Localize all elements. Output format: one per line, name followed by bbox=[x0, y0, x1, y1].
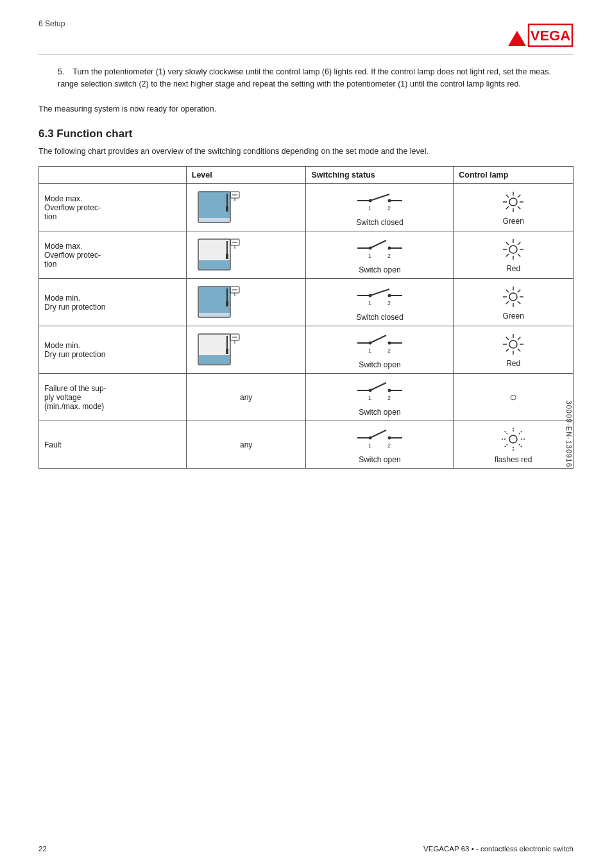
switch-cell: 1 2 Switch closed bbox=[306, 279, 454, 326]
function-chart-table: Level Switching status Control lamp Mode… bbox=[38, 166, 574, 469]
level-any-text: any bbox=[240, 440, 252, 449]
lamp-sun-icon3 bbox=[500, 284, 526, 310]
logo-wrapper: VEGA bbox=[503, 19, 574, 49]
svg-line-103 bbox=[370, 430, 386, 438]
mode-cell: Mode max.Overflow protec-tion bbox=[39, 184, 187, 231]
switch-status-text: Switch closed bbox=[311, 218, 448, 227]
mode-cell: Mode min.Dry run protection bbox=[39, 279, 187, 326]
svg-text:1: 1 bbox=[368, 347, 371, 354]
svg-text:2: 2 bbox=[387, 347, 391, 354]
switch-cell: 1 2 Switch open bbox=[306, 231, 454, 279]
svg-line-45 bbox=[506, 242, 509, 245]
col-header-mode bbox=[39, 167, 187, 184]
mode-text: Failure of the sup-ply voltage(min./max.… bbox=[44, 384, 106, 411]
svg-rect-73 bbox=[199, 355, 230, 364]
svg-line-70 bbox=[518, 290, 520, 292]
svg-line-48 bbox=[506, 254, 509, 256]
level-cell bbox=[186, 231, 306, 279]
switch-closed-svg1: 1 2 bbox=[354, 188, 405, 213]
table-row: Mode min.Dry run protection bbox=[39, 279, 574, 326]
svg-line-22 bbox=[506, 195, 509, 197]
svg-rect-52 bbox=[226, 301, 228, 306]
lamp-label: Green bbox=[459, 217, 568, 226]
svg-point-82 bbox=[368, 342, 371, 345]
lamp-cell: Red bbox=[454, 231, 574, 279]
section-heading: 6.3 Function chart bbox=[38, 128, 574, 140]
svg-rect-50 bbox=[199, 287, 230, 313]
svg-text:2: 2 bbox=[387, 300, 391, 306]
svg-rect-6 bbox=[226, 206, 228, 212]
svg-line-68 bbox=[506, 290, 509, 292]
switch-open-svg4: 1 2 bbox=[354, 425, 405, 451]
page-number: 22 bbox=[38, 845, 47, 853]
mode-cell: Mode max.Overflow protec-tion bbox=[39, 231, 187, 279]
level-cell bbox=[186, 326, 306, 374]
svg-marker-0 bbox=[508, 31, 526, 46]
svg-line-93 bbox=[518, 337, 520, 340]
svg-line-34 bbox=[370, 240, 386, 248]
table-row: Mode min.Dry run protection bbox=[39, 326, 574, 374]
step-number: 5. bbox=[58, 66, 71, 78]
svg-point-14 bbox=[387, 199, 391, 203]
table-row: Failure of the sup-ply voltage(min./max.… bbox=[39, 374, 574, 421]
footer-bar: 22 VEGACAP 63 • - contactless electronic… bbox=[0, 845, 612, 853]
level-svg-low2 bbox=[192, 331, 243, 369]
lamp-cell: Green bbox=[454, 184, 574, 231]
svg-text:1: 1 bbox=[368, 395, 371, 401]
svg-point-63 bbox=[509, 293, 517, 301]
svg-line-80 bbox=[370, 335, 386, 343]
svg-line-46 bbox=[518, 254, 520, 256]
switch-cell: 1 2 Switch closed bbox=[306, 184, 454, 231]
svg-line-25 bbox=[506, 206, 509, 209]
level-any-text: any bbox=[240, 393, 252, 402]
svg-point-98 bbox=[368, 389, 371, 392]
svg-point-109 bbox=[509, 435, 517, 443]
level-cell: any bbox=[186, 374, 306, 421]
switch-open-svg2: 1 2 bbox=[354, 330, 405, 356]
svg-line-94 bbox=[506, 349, 509, 351]
ready-text: The measuring system is now ready for op… bbox=[38, 104, 574, 113]
lamp-sun-icon1 bbox=[500, 189, 526, 215]
lamp-label: Red bbox=[459, 264, 568, 273]
svg-text:1: 1 bbox=[368, 300, 371, 306]
switch-cell: 1 2 Switch open bbox=[306, 421, 454, 469]
chart-description: The following chart provides an overview… bbox=[38, 146, 574, 158]
svg-point-37 bbox=[387, 247, 391, 250]
svg-point-59 bbox=[368, 294, 371, 297]
col-header-lamp: Control lamp bbox=[454, 167, 574, 184]
svg-point-36 bbox=[368, 247, 371, 250]
svg-point-83 bbox=[387, 342, 391, 345]
switch-cell: 1 2 Switch open bbox=[306, 374, 454, 421]
lamp-label: Red bbox=[459, 359, 568, 368]
vega-logo-svg: VEGA bbox=[503, 19, 574, 49]
svg-text:2: 2 bbox=[387, 442, 391, 449]
lamp-sun-icon4 bbox=[500, 331, 526, 357]
svg-rect-27 bbox=[199, 260, 230, 269]
mode-cell: Fault bbox=[39, 421, 187, 469]
level-svg-low1 bbox=[192, 236, 243, 274]
mode-text: Mode max.Overflow protec-tion bbox=[44, 194, 101, 221]
lamp-sun-icon2 bbox=[500, 237, 526, 262]
level-svg-high2 bbox=[192, 283, 243, 322]
svg-point-106 bbox=[387, 437, 391, 440]
svg-point-40 bbox=[509, 246, 517, 253]
lamp-cell: Green bbox=[454, 279, 574, 326]
svg-text:VEGA: VEGA bbox=[531, 28, 570, 44]
switch-open-svg3: 1 2 bbox=[354, 378, 405, 403]
svg-line-91 bbox=[506, 337, 509, 340]
switch-status-text: Switch open bbox=[311, 408, 448, 417]
mode-cell: Failure of the sup-ply voltage(min./max.… bbox=[39, 374, 187, 421]
lamp-cell: ○ bbox=[454, 374, 574, 421]
intro-section: 5. Turn the potentiometer (1) very slowl… bbox=[38, 66, 574, 90]
mode-text: Mode max.Overflow protec-tion bbox=[44, 242, 101, 269]
product-text: VEGACAP 63 • - contactless electronic sw… bbox=[423, 845, 574, 853]
svg-text:2: 2 bbox=[387, 205, 391, 212]
level-svg-high1 bbox=[192, 188, 243, 227]
lamp-cell: Red bbox=[454, 326, 574, 374]
table-header-row: Level Switching status Control lamp bbox=[39, 167, 574, 184]
table-row: Mode max.Overflow protec-tion bbox=[39, 231, 574, 279]
lamp-off-circle: ○ bbox=[509, 390, 517, 404]
step-text: Turn the potentiometer (1) very slowly c… bbox=[58, 67, 551, 88]
mode-text: Mode min.Dry run protection bbox=[44, 294, 105, 312]
lamp-cell: flashes red bbox=[454, 421, 574, 469]
